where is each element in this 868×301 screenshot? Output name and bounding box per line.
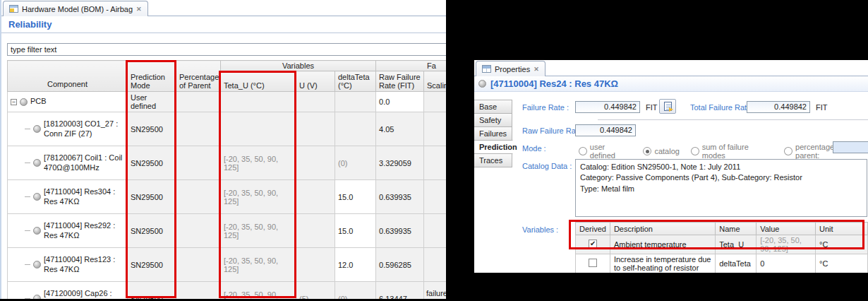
raw-failure-rate-cell[interactable]: 0.639935	[376, 180, 424, 214]
derived-checkbox[interactable]	[589, 259, 597, 267]
description-cell[interactable]: Increase in temperature due to self-heat…	[610, 254, 715, 273]
component-cell[interactable]: −PCB	[8, 92, 128, 112]
component-cell[interactable]: [47120009] Cap26 : Cap 4.7nF	[8, 282, 128, 300]
percentage-of-parent-field[interactable]	[833, 141, 868, 153]
teta-u-cell[interactable]: [-20, 35, 50, 90, 125]	[221, 248, 296, 282]
total-failure-rate-field[interactable]: 0.449842	[747, 101, 810, 113]
filter-input[interactable]	[7, 43, 446, 56]
vars-col-header-description[interactable]: Description	[610, 223, 715, 235]
teta-u-cell[interactable]: [-20, 35, 50, 90, 125]	[221, 214, 296, 248]
u-v-cell[interactable]	[296, 92, 335, 112]
u-v-cell[interactable]: (5)	[296, 282, 335, 300]
teta-u-cell[interactable]: [-20, 35, 50, 90, 125]	[221, 146, 296, 180]
teta-u-cell[interactable]: [-20, 35, 50, 90, 125]	[221, 282, 296, 300]
raw-failure-rate-cell[interactable]: 3.329059	[376, 146, 424, 180]
delta-teta-cell[interactable]: 15.0	[335, 180, 376, 214]
u-v-cell[interactable]	[296, 248, 335, 282]
close-icon[interactable]: ✕	[136, 6, 142, 13]
derived-checkbox[interactable]	[589, 240, 597, 248]
percentage-of-parent-cell[interactable]	[176, 112, 221, 146]
unit-cell[interactable]: °C	[816, 235, 868, 254]
u-v-cell[interactable]	[296, 214, 335, 248]
prediction-mode-cell[interactable]: SN29500	[128, 214, 176, 248]
delta-teta-cell[interactable]: 15.0	[335, 214, 376, 248]
col-header-component[interactable]: Component	[8, 61, 128, 92]
side-tab-base[interactable]: Base	[474, 100, 512, 114]
bom-row[interactable]: [47110004] Res123 : Res 47KΩSN29500[-20,…	[8, 248, 447, 282]
name-cell[interactable]: Teta_U	[716, 235, 757, 254]
u-v-cell[interactable]	[296, 180, 335, 214]
prediction-mode-cell[interactable]: SN29500	[128, 112, 176, 146]
vars-col-header-value[interactable]: Value	[757, 223, 816, 235]
bom-row[interactable]: −PCBUser defined0.0	[8, 92, 447, 112]
component-cell[interactable]: [47110004] Res292 : Res 47KΩ	[8, 214, 128, 248]
mode-option[interactable]: user defined	[579, 143, 632, 160]
component-cell[interactable]: [18120003] CO1_27 : Conn ZIF (27)	[8, 112, 128, 146]
col-header-percentage-of-parent[interactable]: Percentage of Parent	[176, 61, 221, 92]
scaling-cell[interactable]	[424, 146, 446, 180]
col-header-raw-failure-rate[interactable]: Raw Failure Rate (FIT)	[376, 71, 424, 92]
bom-row[interactable]: [18120003] CO1_27 : Conn ZIF (27)SN29500…	[8, 112, 447, 146]
raw-failure-rate-cell[interactable]: 0.639935	[376, 214, 424, 248]
raw-failure-rate-cell[interactable]: 0.0	[376, 92, 424, 112]
side-tab-safety[interactable]: Safety	[474, 113, 512, 127]
percentage-of-parent-cell[interactable]	[176, 92, 221, 112]
vars-col-header-unit[interactable]: Unit	[816, 223, 868, 235]
radio-icon[interactable]	[579, 147, 587, 155]
teta-u-cell[interactable]	[221, 112, 296, 146]
value-cell[interactable]: [-20, 35, 50, 90, 125]	[757, 235, 816, 254]
col-header-delta-teta[interactable]: deltaTeta (°C)	[335, 71, 376, 92]
unit-cell[interactable]: °C	[816, 254, 868, 273]
prediction-mode-cell[interactable]: SN29500	[128, 146, 176, 180]
percentage-of-parent-cell[interactable]	[176, 282, 221, 300]
edit-failure-rate-button[interactable]	[659, 99, 676, 114]
raw-failure-rate-field[interactable]: 0.449842	[575, 124, 636, 136]
teta-u-cell[interactable]: [-20, 35, 50, 90, 125]	[221, 180, 296, 214]
scaling-cell[interactable]	[424, 112, 446, 146]
teta-u-cell[interactable]	[221, 92, 296, 112]
prediction-mode-cell[interactable]: SN29500	[128, 248, 176, 282]
description-cell[interactable]: Ambient temperature	[610, 235, 715, 254]
percentage-of-parent-cell[interactable]	[176, 248, 221, 282]
prediction-mode-cell[interactable]: User defined	[128, 92, 176, 112]
raw-failure-rate-cell[interactable]: 4.05	[376, 112, 424, 146]
radio-icon[interactable]	[784, 147, 792, 155]
u-v-cell[interactable]	[296, 146, 335, 180]
radio-icon[interactable]	[643, 147, 651, 155]
variables-row[interactable]: Ambient temperatureTeta_U[-20, 35, 50, 9…	[576, 235, 868, 254]
scaling-cell[interactable]	[424, 214, 446, 248]
variables-row[interactable]: Increase in temperature due to self-heat…	[576, 254, 868, 273]
vars-col-header-name[interactable]: Name	[716, 223, 757, 235]
mode-option[interactable]: sum of failure modes	[691, 143, 773, 160]
side-tab-traces[interactable]: Traces	[474, 153, 512, 167]
raw-failure-rate-cell[interactable]: 6.13447	[376, 282, 424, 300]
component-cell[interactable]: [47110004] Res304 : Res 47KΩ	[8, 180, 128, 214]
derived-cell[interactable]	[576, 235, 610, 254]
radio-icon[interactable]	[691, 147, 699, 155]
scaling-cell[interactable]: failureR rawFail	[424, 282, 446, 300]
percentage-of-parent-cell[interactable]	[176, 180, 221, 214]
tab-hardware-model-bom[interactable]: Hardware Model (BOM) - Airbag ✕	[3, 1, 148, 16]
col-header-u-v[interactable]: U (V)	[296, 71, 335, 92]
col-header-prediction-mode[interactable]: Prediction Mode	[128, 61, 176, 92]
tree-expander-icon[interactable]: −	[11, 99, 17, 105]
bom-row[interactable]: [47110004] Res304 : Res 47KΩSN29500[-20,…	[8, 180, 447, 214]
side-tab-prediction[interactable]: Prediction	[474, 140, 513, 154]
name-cell[interactable]: deltaTeta	[716, 254, 757, 273]
mode-option[interactable]: catalog	[643, 147, 679, 155]
bom-row[interactable]: [47110004] Res292 : Res 47KΩSN29500[-20,…	[8, 214, 447, 248]
raw-failure-rate-cell[interactable]: 0.596285	[376, 248, 424, 282]
bom-row[interactable]: [47120009] Cap26 : Cap 4.7nFSN29500[-20,…	[8, 282, 447, 300]
scaling-cell[interactable]	[424, 248, 446, 282]
delta-teta-cell[interactable]: (0)	[335, 146, 376, 180]
close-icon[interactable]: ✕	[534, 66, 539, 73]
component-cell[interactable]: [47110004] Res123 : Res 47KΩ	[8, 248, 128, 282]
col-header-scaling[interactable]: Scaling	[424, 71, 446, 92]
bom-row[interactable]: [78120067] Coil1 : Coil 470Ω@100MHzSN295…	[8, 146, 447, 180]
catalog-data-box[interactable]: Catalog: Edition SN29500-1, Note 1: July…	[575, 159, 867, 217]
delta-teta-cell[interactable]	[335, 112, 376, 146]
side-tab-failures[interactable]: Failures	[474, 126, 512, 141]
prediction-mode-cell[interactable]: SN29500	[128, 180, 176, 214]
delta-teta-cell[interactable]	[335, 92, 376, 112]
percentage-of-parent-cell[interactable]	[176, 214, 221, 248]
